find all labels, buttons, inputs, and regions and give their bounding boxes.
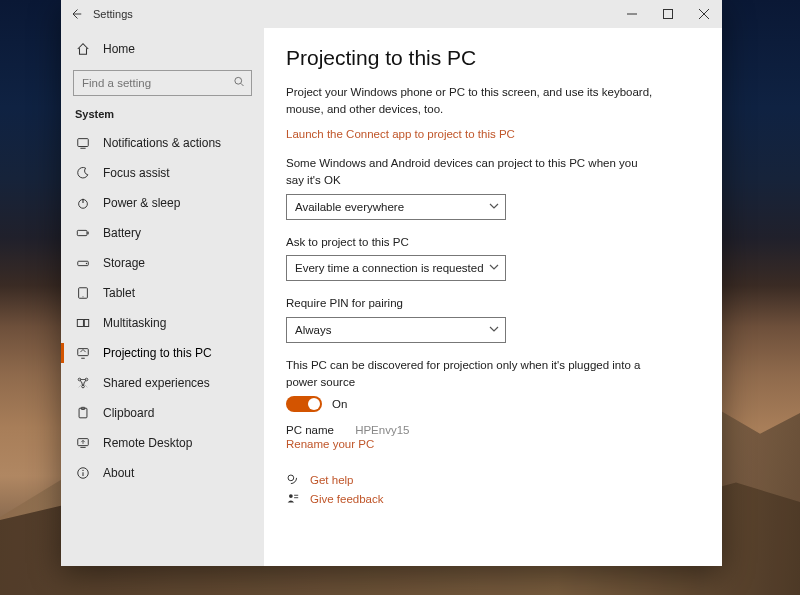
close-icon [699,9,709,19]
titlebar: Settings [61,0,722,28]
svg-point-22 [289,495,293,499]
help-icon [286,473,300,486]
discover-label: This PC can be discovered for projection… [286,357,656,390]
sidebar-item-power-sleep[interactable]: Power & sleep [61,188,264,218]
sidebar-home-label: Home [103,42,135,56]
discover-toggle[interactable] [286,396,322,412]
sidebar-item-about[interactable]: About [61,458,264,488]
minimize-button[interactable] [614,0,650,28]
minimize-icon [627,9,637,19]
pin-value: Always [295,324,331,336]
projecting-icon [75,346,91,360]
maximize-button[interactable] [650,0,686,28]
svg-point-21 [288,475,294,481]
sidebar-item-label: Battery [103,226,141,240]
discover-toggle-state: On [332,398,347,410]
power-icon [75,196,91,210]
close-button[interactable] [686,0,722,28]
back-button[interactable] [61,0,91,28]
svg-point-1 [235,77,242,84]
sidebar-item-label: Multitasking [103,316,166,330]
svg-rect-11 [84,320,88,327]
home-icon [75,42,91,56]
tablet-icon [75,286,91,300]
svg-point-9 [82,296,83,297]
battery-icon [75,226,91,240]
pin-dropdown[interactable]: Always [286,317,506,343]
sidebar-item-label: Tablet [103,286,135,300]
ask-label: Ask to project to this PC [286,234,656,251]
sidebar-item-multitasking[interactable]: Multitasking [61,308,264,338]
shared-icon [75,376,91,390]
availability-dropdown[interactable]: Available everywhere [286,194,506,220]
storage-icon [75,256,91,270]
sidebar-item-label: Projecting to this PC [103,346,212,360]
search-box[interactable] [73,70,252,96]
page-description: Project your Windows phone or PC to this… [286,84,656,117]
sidebar-item-label: Remote Desktop [103,436,192,450]
chevron-down-icon [489,201,499,213]
sidebar-item-tablet[interactable]: Tablet [61,278,264,308]
sidebar-item-label: Power & sleep [103,196,180,210]
availability-value: Available everywhere [295,201,404,213]
svg-rect-4 [77,230,87,235]
sidebar-item-label: Shared experiences [103,376,210,390]
notification-icon [75,136,91,150]
svg-rect-2 [78,139,89,147]
chevron-down-icon [489,262,499,274]
sidebar-item-label: Notifications & actions [103,136,221,150]
maximize-icon [663,9,673,19]
content-area: Projecting to this PC Project your Windo… [264,28,722,566]
multitasking-icon [75,316,91,330]
svg-point-20 [82,470,83,471]
search-input[interactable] [73,70,252,96]
arrow-left-icon [70,8,82,20]
pcname-label: PC name [286,424,334,436]
availability-label: Some Windows and Android devices can pro… [286,155,656,188]
sidebar-item-label: About [103,466,134,480]
pcname-value: HPEnvy15 [355,424,409,436]
sidebar-item-remote-desktop[interactable]: Remote Desktop [61,428,264,458]
sidebar-item-storage[interactable]: Storage [61,248,264,278]
launch-connect-link[interactable]: Launch the Connect app to project to thi… [286,128,515,140]
get-help-link[interactable]: Get help [310,474,353,486]
rename-pc-link[interactable]: Rename your PC [286,438,374,450]
chevron-down-icon [489,324,499,336]
sidebar-item-focus-assist[interactable]: Focus assist [61,158,264,188]
ask-dropdown[interactable]: Every time a connection is requested [286,255,506,281]
svg-rect-0 [664,10,673,19]
search-icon [233,76,245,91]
sidebar-home[interactable]: Home [61,34,264,64]
sidebar-item-clipboard[interactable]: Clipboard [61,398,264,428]
svg-rect-10 [77,320,83,327]
sidebar-group-title: System [61,104,264,128]
pin-label: Require PIN for pairing [286,295,656,312]
svg-point-7 [86,263,87,264]
svg-rect-5 [87,232,88,235]
sidebar-item-notifications[interactable]: Notifications & actions [61,128,264,158]
sidebar-item-shared-experiences[interactable]: Shared experiences [61,368,264,398]
window-title: Settings [93,8,133,20]
ask-value: Every time a connection is requested [295,262,484,274]
feedback-icon [286,492,300,505]
remote-desktop-icon [75,436,91,450]
sidebar-item-label: Storage [103,256,145,270]
settings-window: Settings Home [61,0,722,566]
page-heading: Projecting to this PC [286,46,700,70]
sidebar-item-battery[interactable]: Battery [61,218,264,248]
clipboard-icon [75,406,91,420]
sidebar-item-label: Focus assist [103,166,170,180]
info-icon [75,466,91,480]
moon-icon [75,166,91,180]
sidebar: Home System Notifications & actions [61,28,264,566]
sidebar-item-projecting[interactable]: Projecting to this PC [61,338,264,368]
give-feedback-link[interactable]: Give feedback [310,493,384,505]
desktop-wallpaper: Settings Home [0,0,800,595]
sidebar-item-label: Clipboard [103,406,154,420]
